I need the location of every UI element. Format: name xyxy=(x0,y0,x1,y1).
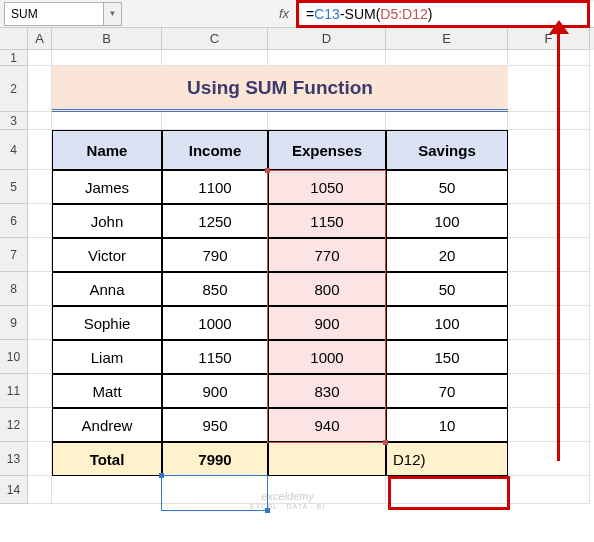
row-header-11[interactable]: 11 xyxy=(0,374,28,408)
table-cell[interactable]: 20 xyxy=(386,238,508,272)
table-cell[interactable]: 850 xyxy=(162,272,268,306)
cell[interactable] xyxy=(508,112,590,130)
table-cell[interactable]: 150 xyxy=(386,340,508,374)
row-header-7[interactable]: 7 xyxy=(0,238,28,272)
cell[interactable] xyxy=(508,130,590,170)
table-cell[interactable]: 900 xyxy=(268,306,386,340)
name-box[interactable]: SUM xyxy=(4,2,104,26)
col-header-A[interactable]: A xyxy=(28,28,52,50)
col-header-B[interactable]: B xyxy=(52,28,162,50)
cell[interactable] xyxy=(28,50,52,66)
table-cell[interactable]: James xyxy=(52,170,162,204)
table-cell[interactable]: 1000 xyxy=(162,306,268,340)
cell[interactable] xyxy=(508,442,590,476)
table-cell[interactable]: Sophie xyxy=(52,306,162,340)
header-name[interactable]: Name xyxy=(52,130,162,170)
cell[interactable] xyxy=(268,112,386,130)
cell[interactable] xyxy=(28,442,52,476)
cell[interactable] xyxy=(28,204,52,238)
table-cell[interactable]: 1150 xyxy=(162,340,268,374)
row-header-14[interactable]: 14 xyxy=(0,476,28,504)
table-cell[interactable]: John xyxy=(52,204,162,238)
cell[interactable] xyxy=(28,476,52,504)
cell[interactable] xyxy=(52,50,162,66)
col-header-D[interactable]: D xyxy=(268,28,386,50)
table-cell[interactable]: 50 xyxy=(386,272,508,306)
cell[interactable] xyxy=(28,408,52,442)
cell[interactable] xyxy=(386,476,508,504)
row-header-1[interactable]: 1 xyxy=(0,50,28,66)
cell[interactable] xyxy=(162,50,268,66)
cell[interactable] xyxy=(508,408,590,442)
cell[interactable] xyxy=(28,170,52,204)
header-income[interactable]: Income xyxy=(162,130,268,170)
cell[interactable] xyxy=(52,476,162,504)
row-header-10[interactable]: 10 xyxy=(0,340,28,374)
row-header-9[interactable]: 9 xyxy=(0,306,28,340)
table-cell[interactable]: Anna xyxy=(52,272,162,306)
fx-icon[interactable]: fx xyxy=(272,2,296,26)
row-header-5[interactable]: 5 xyxy=(0,170,28,204)
total-label[interactable]: Total xyxy=(52,442,162,476)
table-cell[interactable]: Victor xyxy=(52,238,162,272)
row-header-4[interactable]: 4 xyxy=(0,130,28,170)
col-header-C[interactable]: C xyxy=(162,28,268,50)
header-savings[interactable]: Savings xyxy=(386,130,508,170)
cell[interactable] xyxy=(508,66,590,112)
row-header-3[interactable]: 3 xyxy=(0,112,28,130)
table-cell[interactable]: 1250 xyxy=(162,204,268,238)
table-cell[interactable]: 900 xyxy=(162,374,268,408)
cell[interactable] xyxy=(508,374,590,408)
select-all-corner[interactable] xyxy=(0,28,28,50)
table-cell[interactable]: 1000 xyxy=(268,340,386,374)
table-cell[interactable]: 100 xyxy=(386,306,508,340)
row-header-12[interactable]: 12 xyxy=(0,408,28,442)
cell[interactable] xyxy=(508,204,590,238)
row-header-6[interactable]: 6 xyxy=(0,204,28,238)
table-cell[interactable]: 100 xyxy=(386,204,508,238)
cell[interactable] xyxy=(508,306,590,340)
cell[interactable] xyxy=(28,112,52,130)
cell[interactable] xyxy=(508,238,590,272)
table-cell[interactable]: 70 xyxy=(386,374,508,408)
cell[interactable] xyxy=(386,112,508,130)
table-cell[interactable]: Andrew xyxy=(52,408,162,442)
header-expenses[interactable]: Expenses xyxy=(268,130,386,170)
table-cell[interactable]: 940 xyxy=(268,408,386,442)
cell[interactable] xyxy=(508,50,590,66)
table-cell[interactable]: 830 xyxy=(268,374,386,408)
namebox-dropdown[interactable]: ▼ xyxy=(104,2,122,26)
table-cell[interactable]: 50 xyxy=(386,170,508,204)
table-cell[interactable]: 1150 xyxy=(268,204,386,238)
total-income[interactable]: 7990 xyxy=(162,442,268,476)
table-cell[interactable]: 950 xyxy=(162,408,268,442)
col-header-E[interactable]: E xyxy=(386,28,508,50)
cell[interactable] xyxy=(268,50,386,66)
cell[interactable] xyxy=(508,476,590,504)
cell[interactable] xyxy=(386,50,508,66)
cell[interactable] xyxy=(28,306,52,340)
cell[interactable] xyxy=(28,130,52,170)
cell[interactable] xyxy=(508,340,590,374)
cell[interactable] xyxy=(28,272,52,306)
total-savings-editing[interactable]: D12) xyxy=(386,442,508,476)
cell[interactable] xyxy=(162,112,268,130)
table-cell[interactable]: 770 xyxy=(268,238,386,272)
table-cell[interactable]: 800 xyxy=(268,272,386,306)
cell[interactable] xyxy=(28,66,52,112)
row-header-2[interactable]: 2 xyxy=(0,66,28,112)
row-header-8[interactable]: 8 xyxy=(0,272,28,306)
cell[interactable] xyxy=(28,340,52,374)
cell[interactable] xyxy=(508,170,590,204)
row-header-13[interactable]: 13 xyxy=(0,442,28,476)
table-cell[interactable]: 1050 xyxy=(268,170,386,204)
total-expenses[interactable] xyxy=(268,442,386,476)
cell[interactable] xyxy=(52,112,162,130)
cell[interactable] xyxy=(508,272,590,306)
cell[interactable] xyxy=(28,238,52,272)
table-cell[interactable]: Matt xyxy=(52,374,162,408)
cell[interactable] xyxy=(28,374,52,408)
table-cell[interactable]: 10 xyxy=(386,408,508,442)
table-cell[interactable]: Liam xyxy=(52,340,162,374)
table-cell[interactable]: 790 xyxy=(162,238,268,272)
